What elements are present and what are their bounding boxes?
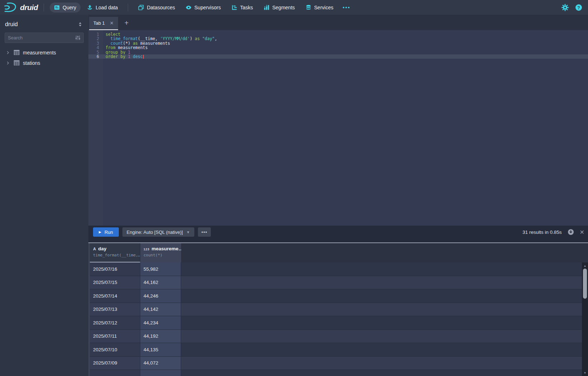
editor-line-3: 3 count(*) as measurements [88,41,588,45]
column-header-day[interactable]: A day time_format(__time,… [90,243,140,262]
tab-tab1[interactable]: Tab 1 ✕ [89,17,118,30]
column-header-measurements[interactable]: 123 measureme… count(*) [140,243,181,262]
run-bar: ▶ Run Engine: Auto [SQL (native)] ▼ ••• … [88,226,588,242]
cell-measurements[interactable]: 44,192 [140,330,181,343]
line-number: 3 [88,41,103,45]
results-summary: 31 results in 0.85s [523,230,562,235]
close-results-icon[interactable]: ✕ [580,229,584,236]
tree-item-measurements[interactable]: measurements [5,47,84,58]
editor-line-6: 6order by 1 desc [88,54,588,59]
search-input[interactable] [8,35,75,40]
cell-day[interactable]: 2025/07/15 [90,276,140,289]
chevron-right-icon[interactable] [6,61,10,65]
top-navbar: druid QueryLoad dataDatasourcesSuperviso… [0,0,588,15]
eye-icon [186,5,191,10]
download-results-icon[interactable] [568,229,574,235]
close-tab-icon[interactable]: ✕ [110,20,114,26]
sql-editor[interactable]: 1select2 time_format(__time, 'YYYY/MM/dd… [88,30,588,226]
nav-separator [128,4,128,11]
line-number: 1 [88,32,103,37]
bar-chart-icon [264,5,269,10]
table-icon [14,60,20,66]
editor-line-4: 4from measurements [88,45,588,50]
nav-item-load-data[interactable]: Load data [83,3,122,13]
table-row: 2025/07/1244,234 [90,316,588,330]
chevron-right-icon[interactable] [6,50,10,55]
nav-item-supervisors[interactable]: Supervisors [181,3,225,13]
cell-measurements[interactable]: 44,246 [140,289,181,303]
panel-resize-handle[interactable] [88,243,90,376]
table-icon [14,50,20,55]
tab-label: Tab 1 [93,20,105,26]
nav-more-button[interactable]: ••• [340,2,353,13]
filter-sliders-icon[interactable] [75,35,81,40]
cell-day[interactable]: 2025/07/09 [90,357,140,370]
nav-divider [44,4,44,11]
scroll-up-icon[interactable]: ▲ [582,263,588,268]
scrollbar-thumb[interactable] [583,269,587,299]
text-cursor [143,55,144,59]
nav-item-segments[interactable]: Segments [259,3,299,13]
results-body: 2025/07/1655,9822025/07/1544,1622025/07/… [90,262,588,376]
line-number: 6 [88,54,103,59]
line-number: 2 [88,37,103,41]
number-type-icon: 123 [144,247,150,251]
database-icon [306,5,311,10]
table-row: 2025/07/1044,135 [90,343,588,357]
cell-measurements[interactable]: 44,072 [140,357,181,370]
nav-item-services[interactable]: Services [301,3,338,13]
cell-day[interactable]: 2025/07/13 [90,303,140,316]
cell-measurements[interactable]: 44,135 [140,343,181,356]
add-tab-button[interactable]: + [125,19,129,30]
editor-gutter [88,30,103,226]
druid-logo-icon [4,2,17,13]
cell-day[interactable]: 2025/07/12 [90,316,140,329]
table-row: 2025/07/1444,246 [90,289,588,303]
nav-item-datasources[interactable]: Datasources [134,3,179,13]
cell-measurements[interactable]: 44,162 [140,276,181,289]
run-button[interactable]: ▶ Run [93,227,119,237]
table-row-partial [90,370,588,376]
table-row: 2025/07/1544,162 [90,276,588,290]
schema-sidebar: druid measurementsstations [0,15,88,376]
engine-select-button[interactable]: Engine: Auto [SQL (native)] ▼ [122,227,194,237]
nav-item-tasks[interactable]: Tasks [227,3,257,13]
double-caret-vertical-icon[interactable] [78,22,83,27]
schema-title: druid [5,21,18,28]
results-panel: A day time_format(__time,… 123 measureme… [88,242,588,376]
line-number: 4 [88,45,103,50]
datasources-icon [138,5,144,10]
cell-day[interactable]: 2025/07/10 [90,343,140,356]
gear-icon[interactable] [562,4,569,11]
line-number: 5 [88,50,103,54]
cell-measurements[interactable]: 44,234 [140,316,181,329]
tree-item-stations[interactable]: stations [5,58,84,68]
cell-measurements[interactable]: 55,982 [140,262,181,276]
table-row: 2025/07/1144,192 [90,330,588,343]
nav-item-query[interactable]: Query [50,3,81,13]
cell-day[interactable]: 2025/07/16 [90,262,140,276]
play-icon: ▶ [99,230,101,234]
svg-text:?: ? [577,5,580,10]
upload-icon [87,5,93,10]
query-more-button[interactable]: ••• [198,227,211,237]
help-icon[interactable]: ? [575,4,582,11]
cell-day[interactable]: 2025/07/11 [90,330,140,343]
table-row: 2025/07/1344,142 [90,303,588,317]
druid-wordmark: druid [20,3,38,12]
search-box [5,33,84,43]
table-row: 2025/07/0944,072 [90,357,588,370]
console-icon [54,5,60,10]
table-row: 2025/07/1655,982 [90,262,588,276]
cell-day[interactable]: 2025/07/14 [90,289,140,303]
cell-measurements[interactable]: 44,142 [140,303,181,316]
chevron-down-icon: ▼ [186,230,190,234]
gantt-icon [232,5,237,10]
results-scrollbar[interactable]: ▲ ▼ [582,262,588,376]
string-type-icon: A [93,247,96,251]
editor-line-5: 5group by 1 [88,50,588,54]
scroll-down-icon[interactable]: ▼ [582,370,588,375]
query-tab-strip: Tab 1 ✕ + [88,15,588,30]
results-header: A day time_format(__time,… 123 measureme… [90,243,588,262]
